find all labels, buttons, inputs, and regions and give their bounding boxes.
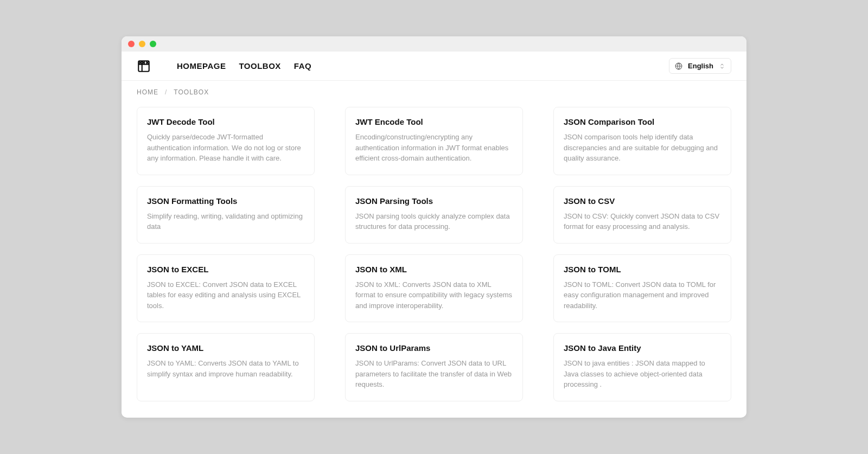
tool-card-title: JSON to CSV bbox=[564, 196, 721, 206]
tool-card-title: JWT Encode Tool bbox=[355, 117, 513, 126]
breadcrumb-separator: / bbox=[165, 88, 167, 96]
main-nav: HOMEPAGE TOOLBOX FAQ bbox=[177, 61, 311, 71]
tool-card[interactable]: JSON to YAML JSON to YAML: Converts JSON… bbox=[137, 333, 315, 401]
tool-card-title: JSON Formatting Tools bbox=[147, 196, 304, 206]
tool-card[interactable]: JSON to UrlParams JSON to UrlParams: Con… bbox=[345, 333, 523, 401]
tool-card[interactable]: JSON to EXCEL JSON to EXCEL: Convert JSO… bbox=[137, 254, 315, 323]
tool-card[interactable]: JWT Decode Tool Quickly parse/decode JWT… bbox=[137, 107, 315, 175]
nav-faq[interactable]: FAQ bbox=[294, 61, 311, 71]
tool-card-desc: Quickly parse/decode JWT-formatted authe… bbox=[147, 132, 304, 164]
tool-card-desc: JSON to XML: Converts JSON data to XML f… bbox=[355, 279, 513, 311]
tool-card[interactable]: JSON Comparison Tool JSON comparison too… bbox=[553, 107, 731, 175]
tool-card-desc: JSON parsing tools quickly analyze compl… bbox=[355, 211, 513, 232]
window-close-button[interactable] bbox=[128, 41, 135, 47]
tool-card-desc: JSON to java entities : JSON data mapped… bbox=[564, 358, 721, 390]
tool-card-desc: JSON comparison tools help identify data… bbox=[564, 132, 721, 164]
globe-icon bbox=[675, 62, 682, 70]
app-window: HOMEPAGE TOOLBOX FAQ English HOME / TOOL… bbox=[122, 36, 746, 418]
breadcrumb: HOME / TOOLBOX bbox=[122, 81, 746, 101]
tool-grid: JWT Decode Tool Quickly parse/decode JWT… bbox=[122, 101, 746, 418]
tool-card-desc: Simplify reading, writing, validating an… bbox=[147, 211, 304, 232]
breadcrumb-toolbox[interactable]: TOOLBOX bbox=[174, 88, 209, 96]
tool-card[interactable]: JSON Formatting Tools Simplify reading, … bbox=[137, 186, 315, 244]
tool-card-title: JSON to Java Entity bbox=[564, 343, 721, 353]
tool-card-title: JSON to TOML bbox=[564, 265, 721, 274]
nav-toolbox[interactable]: TOOLBOX bbox=[239, 61, 280, 71]
tool-card-title: JSON to YAML bbox=[147, 343, 304, 353]
tool-card-title: JSON to XML bbox=[355, 265, 513, 274]
tool-card-title: JSON Parsing Tools bbox=[355, 196, 513, 206]
tool-card[interactable]: JSON to XML JSON to XML: Converts JSON d… bbox=[345, 254, 523, 323]
tool-card-title: JSON to UrlParams bbox=[355, 343, 513, 353]
window-minimize-button[interactable] bbox=[139, 41, 145, 47]
tool-card-title: JWT Decode Tool bbox=[147, 117, 304, 126]
chevron-updown-icon bbox=[719, 63, 725, 69]
window-maximize-button[interactable] bbox=[150, 41, 156, 47]
tool-card[interactable]: JSON to CSV JSON to CSV: Quickly convert… bbox=[553, 186, 731, 244]
logo-icon bbox=[137, 59, 151, 73]
tool-card-desc: JSON to YAML: Converts JSON data to YAML… bbox=[147, 358, 304, 379]
header: HOMEPAGE TOOLBOX FAQ English bbox=[122, 52, 746, 81]
tool-card-desc: Encoding/constructing/encrypting any aut… bbox=[355, 132, 513, 164]
tool-card-desc: JSON to CSV: Quickly convert JSON data t… bbox=[564, 211, 721, 232]
tool-card[interactable]: JSON Parsing Tools JSON parsing tools qu… bbox=[345, 186, 523, 244]
tool-card-desc: JSON to EXCEL: Convert JSON data to EXCE… bbox=[147, 279, 304, 311]
tool-card[interactable]: JWT Encode Tool Encoding/constructing/en… bbox=[345, 107, 523, 175]
nav-homepage[interactable]: HOMEPAGE bbox=[177, 61, 226, 71]
tool-card-title: JSON Comparison Tool bbox=[564, 117, 721, 126]
tool-card[interactable]: JSON to Java Entity JSON to java entitie… bbox=[553, 333, 731, 401]
tool-card-desc: JSON to UrlParams: Convert JSON data to … bbox=[355, 358, 513, 390]
language-label: English bbox=[688, 62, 713, 70]
tool-card[interactable]: JSON to TOML JSON to TOML: Convert JSON … bbox=[553, 254, 731, 323]
window-titlebar bbox=[122, 36, 746, 52]
language-selector[interactable]: English bbox=[669, 58, 731, 74]
breadcrumb-home[interactable]: HOME bbox=[137, 88, 158, 96]
tool-card-title: JSON to EXCEL bbox=[147, 265, 304, 274]
tool-card-desc: JSON to TOML: Convert JSON data to TOML … bbox=[564, 279, 721, 311]
